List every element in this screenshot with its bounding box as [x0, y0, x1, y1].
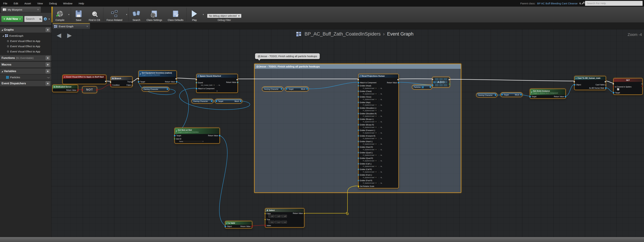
exec-pin[interactable]: ▶: [196, 79, 197, 80]
data-pin[interactable]: [286, 88, 288, 90]
value-dropdown[interactable]: P_SpidersCrawl▾: [362, 160, 378, 162]
exec-pin[interactable]: ▷: [642, 83, 643, 84]
focus-related-button[interactable]: Focus Related: [104, 7, 125, 22]
reset-icon[interactable]: ←: [378, 110, 380, 111]
menu-debug[interactable]: Debug: [46, 2, 60, 5]
focus-related-caret[interactable]: ▼: [125, 13, 128, 15]
exec-pin[interactable]: ▶: [236, 79, 238, 80]
breadcrumb-event-graph[interactable]: Event Graph: [387, 31, 414, 37]
add-graph-button[interactable]: +: [46, 28, 50, 32]
exec-pin[interactable]: ▶: [432, 78, 434, 80]
data-pin[interactable]: [196, 82, 197, 83]
node-get-item-at-slot[interactable]: ƒGet Item at SlotTarget is Equipment Inv…: [174, 128, 220, 144]
pin-aux-icons[interactable]: ←: [378, 182, 382, 184]
node-set-is-covered-in-spiders[interactable]: SET▶▷Is Covered in Spiders✔Target: [613, 78, 642, 95]
nav-back-button[interactable]: ◀: [57, 32, 61, 39]
reset-icon[interactable]: ←: [378, 121, 380, 123]
search-icon[interactable]: [579, 2, 581, 4]
browse-icon[interactable]: [380, 132, 382, 133]
data-pin[interactable]: [358, 152, 359, 153]
browse-icon[interactable]: [380, 88, 382, 89]
node-cast-to-ab-human-male[interactable]: »Cast To AB_human_male▶▶ObjectCast Faile…: [574, 76, 606, 90]
vector-field[interactable]: Y1.0: [275, 215, 281, 217]
browse-icon[interactable]: [380, 160, 382, 161]
data-pin[interactable]: [358, 163, 359, 165]
pin-aux-icons[interactable]: ←: [378, 138, 382, 139]
exec-pin[interactable]: ▶: [176, 78, 177, 79]
data-pin[interactable]: [358, 130, 359, 131]
node-owning-character-3[interactable]: Owning Character: [262, 87, 283, 91]
tab-my-blueprint[interactable]: My Blueprint ✕: [1, 7, 41, 12]
menu-edit[interactable]: Edit: [10, 2, 21, 5]
data-pin[interactable]: [167, 88, 168, 90]
value-dropdown[interactable]: Torso▾: [178, 140, 204, 143]
browse-icon[interactable]: [380, 121, 382, 122]
exec-pin[interactable]: ▶: [605, 81, 606, 82]
browse-icon[interactable]: [380, 183, 382, 184]
menu-help[interactable]: Help: [76, 2, 87, 5]
browse-icon[interactable]: [380, 177, 382, 178]
node-particles[interactable]: Particles: [412, 85, 432, 89]
expander-icon[interactable]: ◢: [2, 29, 3, 31]
data-pin[interactable]: [358, 169, 359, 170]
pin-aux-icons[interactable]: ←: [378, 160, 382, 162]
section-functions[interactable]: Functions (51 Overridable) +: [0, 55, 52, 61]
data-pin[interactable]: [358, 102, 359, 103]
browse-icon[interactable]: [380, 144, 382, 145]
search-button[interactable]: Search: [129, 7, 144, 22]
exec-pin[interactable]: ▶: [613, 83, 614, 84]
value-dropdown[interactable]: P_SpidersCrawl▾: [362, 104, 378, 106]
data-pin[interactable]: [264, 225, 266, 226]
sidebar-item-particles[interactable]: Particles: [0, 75, 52, 80]
node-get-anim-instance[interactable]: ƒGet Anim InstanceTarget is Skeletal Mes…: [530, 89, 566, 99]
value-dropdown[interactable]: P_SpidersCrawl▾: [362, 115, 378, 117]
data-pin[interactable]: [240, 100, 242, 102]
menu-view[interactable]: View: [34, 2, 46, 5]
play-options-caret[interactable]: ▼: [202, 13, 205, 15]
exec-pin[interactable]: ▷: [132, 84, 133, 86]
eye-options-caret[interactable]: ▼: [48, 18, 50, 20]
value-dropdown[interactable]: P_SpidersCrawl▾: [362, 182, 378, 184]
collapse-chevron-icon[interactable]: ▼: [197, 90, 238, 92]
sidebar-item-event-3[interactable]: ◇ Event Visual Effect to App: [0, 49, 52, 54]
value-dropdown[interactable]: P_SpidersCrawl▾: [362, 176, 378, 179]
data-pin[interactable]: [237, 82, 238, 83]
reset-icon[interactable]: ←: [378, 87, 380, 89]
add-dispatcher-button[interactable]: +: [46, 81, 50, 86]
wrench-icon[interactable]: [582, 2, 584, 4]
node-event-visual-effect-apply-on-buff-start[interactable]: ◇Event Visual Effect to Apply on Buff St…: [62, 75, 106, 84]
browse-icon[interactable]: [380, 105, 382, 106]
value-dropdown[interactable]: P_SpidersCrawl▾: [362, 143, 378, 145]
reset-icon[interactable]: ←: [378, 182, 380, 184]
value-dropdown[interactable]: P_SpidersCrawl▾: [362, 98, 378, 101]
data-pin[interactable]: [565, 96, 566, 97]
data-pin[interactable]: [642, 86, 643, 87]
value-dropdown[interactable]: P_SpidersCrawl▾: [362, 148, 378, 151]
sidebar-item-event-1[interactable]: ◇ Event Visual Effect to App: [0, 38, 52, 43]
nav-forward-button[interactable]: ▶: [67, 32, 72, 39]
data-pin[interactable]: [613, 92, 614, 94]
node-owning-character-2[interactable]: Owning Character: [192, 99, 214, 103]
data-pin[interactable]: ◆: [304, 213, 305, 214]
reset-icon[interactable]: ←: [378, 99, 380, 100]
node-is-dedicated-server[interactable]: Is Dedicated ServerReturn Value: [52, 85, 78, 92]
browse-icon[interactable]: [380, 171, 382, 173]
breadcrumb-blueprint[interactable]: BP_AC_Buff_Zath_CoatedInSpiders: [304, 31, 380, 37]
exec-pin[interactable]: ▶: [574, 81, 575, 82]
data-pin[interactable]: [495, 94, 496, 96]
vector-field[interactable]: Z1.1: [282, 221, 287, 223]
value-dropdown[interactable]: P_SpidersCrawl▾: [362, 154, 378, 156]
data-pin[interactable]: [358, 107, 359, 109]
search-for-help-input[interactable]: Search For Help: [585, 1, 642, 6]
menu-asset[interactable]: Asset: [21, 2, 34, 5]
expander-icon[interactable]: ◢: [2, 70, 3, 72]
data-pin[interactable]: [398, 82, 399, 83]
data-pin[interactable]: [174, 138, 176, 140]
debug-object-dropdown[interactable]: No debug object selected▾: [207, 14, 241, 18]
browse-icon[interactable]: [380, 138, 382, 139]
reset-icon[interactable]: ←: [378, 115, 380, 117]
section-event-dispatchers[interactable]: Event Dispatchers +: [0, 80, 52, 86]
browse-icon[interactable]: [380, 127, 382, 128]
section-graphs[interactable]: ◢ Graphs +: [0, 27, 52, 33]
data-pin[interactable]: [358, 186, 359, 187]
